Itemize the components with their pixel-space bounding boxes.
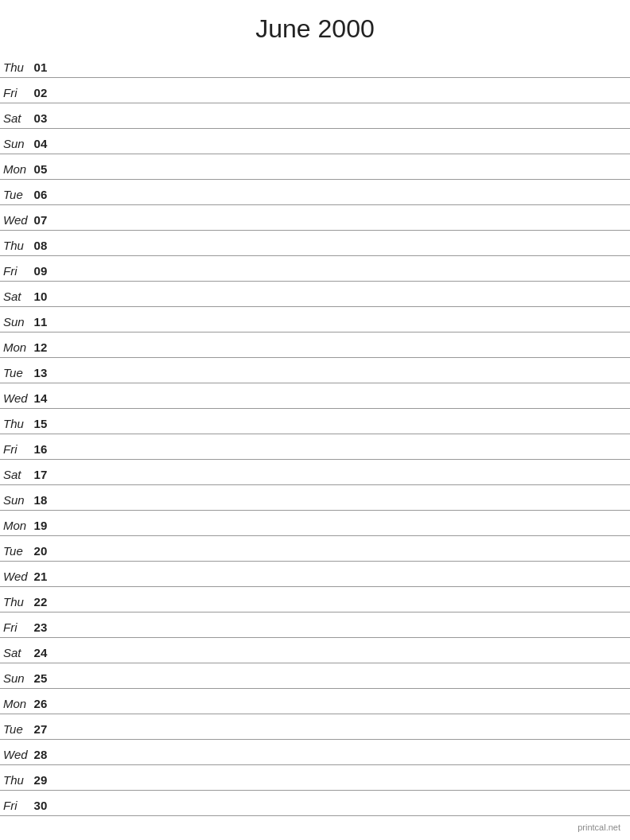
day-name: Sat bbox=[0, 459, 31, 484]
day-name: Sun bbox=[0, 306, 31, 332]
day-number: 14 bbox=[31, 383, 51, 408]
day-name: Thu bbox=[0, 52, 31, 77]
calendar-row: Thu22 bbox=[0, 586, 630, 612]
calendar-row: Sat10 bbox=[0, 281, 630, 306]
day-number: 11 bbox=[31, 306, 51, 332]
day-number: 04 bbox=[31, 128, 51, 154]
calendar-row: Thu01 bbox=[0, 52, 630, 77]
day-content-area[interactable] bbox=[50, 434, 630, 459]
day-name: Fri bbox=[0, 434, 31, 459]
day-name: Thu bbox=[0, 764, 31, 790]
day-number: 09 bbox=[31, 255, 51, 281]
day-content-area[interactable] bbox=[50, 77, 630, 103]
day-name: Wed bbox=[0, 739, 31, 764]
day-content-area[interactable] bbox=[50, 612, 630, 637]
day-content-area[interactable] bbox=[50, 510, 630, 535]
day-name: Tue bbox=[0, 714, 31, 739]
calendar-row: Tue06 bbox=[0, 179, 630, 204]
day-content-area[interactable] bbox=[50, 281, 630, 306]
calendar-row: Tue13 bbox=[0, 357, 630, 383]
calendar-row: Sun18 bbox=[0, 484, 630, 510]
day-content-area[interactable] bbox=[50, 383, 630, 408]
day-number: 10 bbox=[31, 281, 51, 306]
day-name: Mon bbox=[0, 510, 31, 535]
day-number: 28 bbox=[31, 739, 51, 764]
day-name: Wed bbox=[0, 561, 31, 586]
day-name: Fri bbox=[0, 790, 31, 815]
day-number: 05 bbox=[31, 154, 51, 179]
day-name: Thu bbox=[0, 230, 31, 255]
calendar-row: Fri09 bbox=[0, 255, 630, 281]
footer-credit: printcal.net bbox=[578, 822, 620, 832]
day-number: 23 bbox=[31, 612, 51, 637]
day-number: 24 bbox=[31, 637, 51, 663]
calendar-row: Sun11 bbox=[0, 306, 630, 332]
day-content-area[interactable] bbox=[50, 663, 630, 688]
calendar-row: Mon05 bbox=[0, 154, 630, 179]
day-name: Thu bbox=[0, 408, 31, 434]
day-number: 30 bbox=[31, 790, 51, 815]
day-content-area[interactable] bbox=[50, 408, 630, 434]
day-content-area[interactable] bbox=[50, 535, 630, 561]
calendar-table: Thu01Fri02Sat03Sun04Mon05Tue06Wed07Thu08… bbox=[0, 52, 630, 816]
day-name: Fri bbox=[0, 77, 31, 103]
day-content-area[interactable] bbox=[50, 790, 630, 815]
calendar-row: Wed21 bbox=[0, 561, 630, 586]
day-name: Mon bbox=[0, 688, 31, 714]
day-number: 03 bbox=[31, 103, 51, 128]
day-content-area[interactable] bbox=[50, 255, 630, 281]
day-name: Sun bbox=[0, 128, 31, 154]
day-content-area[interactable] bbox=[50, 52, 630, 77]
day-content-area[interactable] bbox=[50, 179, 630, 204]
calendar-row: Tue20 bbox=[0, 535, 630, 561]
day-content-area[interactable] bbox=[50, 103, 630, 128]
day-content-area[interactable] bbox=[50, 154, 630, 179]
day-content-area[interactable] bbox=[50, 357, 630, 383]
day-number: 27 bbox=[31, 714, 51, 739]
day-content-area[interactable] bbox=[50, 688, 630, 714]
day-number: 06 bbox=[31, 179, 51, 204]
day-content-area[interactable] bbox=[50, 637, 630, 663]
day-name: Sat bbox=[0, 103, 31, 128]
day-content-area[interactable] bbox=[50, 764, 630, 790]
day-number: 01 bbox=[31, 52, 51, 77]
day-content-area[interactable] bbox=[50, 586, 630, 612]
day-number: 02 bbox=[31, 77, 51, 103]
day-name: Sat bbox=[0, 281, 31, 306]
calendar-row: Fri30 bbox=[0, 790, 630, 815]
day-content-area[interactable] bbox=[50, 306, 630, 332]
day-content-area[interactable] bbox=[50, 230, 630, 255]
day-name: Fri bbox=[0, 255, 31, 281]
calendar-row: Mon12 bbox=[0, 332, 630, 357]
calendar-row: Wed14 bbox=[0, 383, 630, 408]
day-number: 08 bbox=[31, 230, 51, 255]
calendar-row: Fri16 bbox=[0, 434, 630, 459]
calendar-row: Thu29 bbox=[0, 764, 630, 790]
day-content-area[interactable] bbox=[50, 484, 630, 510]
day-content-area[interactable] bbox=[50, 561, 630, 586]
calendar-row: Mon26 bbox=[0, 688, 630, 714]
day-content-area[interactable] bbox=[50, 459, 630, 484]
day-name: Mon bbox=[0, 154, 31, 179]
day-content-area[interactable] bbox=[50, 739, 630, 764]
calendar-row: Sat17 bbox=[0, 459, 630, 484]
day-content-area[interactable] bbox=[50, 204, 630, 230]
day-number: 12 bbox=[31, 332, 51, 357]
day-name: Tue bbox=[0, 357, 31, 383]
day-number: 26 bbox=[31, 688, 51, 714]
day-content-area[interactable] bbox=[50, 128, 630, 154]
day-content-area[interactable] bbox=[50, 714, 630, 739]
day-number: 18 bbox=[31, 484, 51, 510]
day-name: Tue bbox=[0, 179, 31, 204]
day-name: Wed bbox=[0, 204, 31, 230]
day-number: 21 bbox=[31, 561, 51, 586]
day-content-area[interactable] bbox=[50, 332, 630, 357]
calendar-row: Sun25 bbox=[0, 663, 630, 688]
calendar-row: Thu15 bbox=[0, 408, 630, 434]
day-name: Fri bbox=[0, 612, 31, 637]
day-number: 13 bbox=[31, 357, 51, 383]
day-number: 17 bbox=[31, 459, 51, 484]
calendar-row: Sun04 bbox=[0, 128, 630, 154]
day-number: 15 bbox=[31, 408, 51, 434]
day-number: 19 bbox=[31, 510, 51, 535]
